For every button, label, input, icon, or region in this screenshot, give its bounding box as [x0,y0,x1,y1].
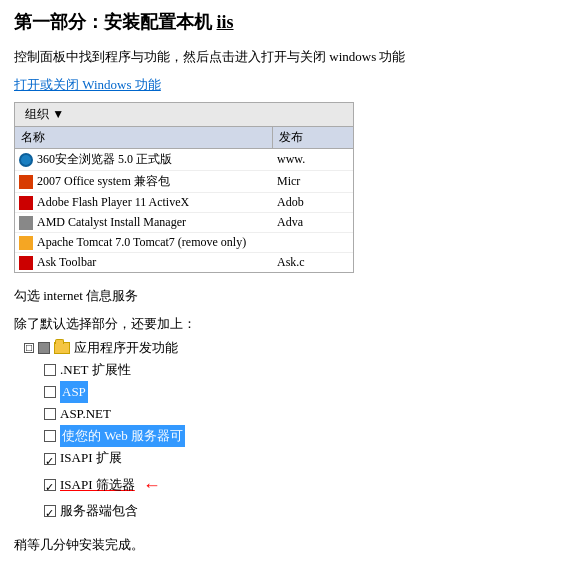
windows-feature-link[interactable]: 打开或关闭 Windows 功能 [14,76,161,94]
tree-item-checkbox-1[interactable] [44,386,56,398]
table-row: Ask Toolbar Ask.c [15,253,353,272]
table-row: 360安全浏览器 5.0 正式版 www. [15,149,353,171]
tree-item-label-5: ISAPI 筛选器 [60,474,135,496]
table-row: AMD Catalyst Install Manager Adva [15,213,353,233]
tree-item-checkbox-6[interactable] [44,505,56,517]
tree-root-row: □ 应用程序开发功能 [24,337,567,359]
icon-ask [19,256,33,270]
description-text: 控制面板中找到程序与功能，然后点击进入打开与关闭 windows 功能 [14,48,567,66]
file-label: 360安全浏览器 5.0 正式版 [37,151,172,168]
icon-tomcat [19,236,33,250]
title-iis: iis [217,12,234,32]
red-arrow-annotation: ← [143,470,161,501]
tree-item-checkbox-2[interactable] [44,408,56,420]
file-label: Ask Toolbar [37,255,96,270]
table-row: Adobe Flash Player 11 ActiveX Adob [15,193,353,213]
tree-item-checkbox-4[interactable] [44,453,56,465]
tree-expand-btn[interactable]: □ [24,343,34,353]
file-publisher-cell: Ask.c [273,254,353,271]
file-label: AMD Catalyst Install Manager [37,215,186,230]
file-publisher-cell: www. [273,151,353,168]
section2-label: 除了默认选择部分，还要加上： [14,315,567,333]
icon-360 [19,153,33,167]
column-header-name: 名称 [15,127,273,148]
tree-item-checkbox-5[interactable] [44,479,56,491]
tree-root-checkbox[interactable] [38,342,50,354]
file-name-cell: 2007 Office system 兼容包 [15,172,273,191]
folder-icon [54,342,70,354]
footer-note: 稍等几分钟安装完成。 [14,536,567,554]
tree-item-row: ASP [44,381,567,403]
tree-item-row: ISAPI 筛选器 ← [44,470,567,501]
organize-button[interactable]: 组织 ▼ [21,105,68,124]
table-row: 2007 Office system 兼容包 Micr [15,171,353,193]
tree-item-row: ISAPI 扩展 [44,447,567,469]
title-prefix: 第一部分：安装配置本机 [14,12,217,32]
page-title: 第一部分：安装配置本机 iis [14,10,567,34]
icon-flash [19,196,33,210]
tree-container: □ 应用程序开发功能 .NET 扩展性 ASP ASP.NET 使您的 Web … [24,337,567,522]
file-publisher-cell: Adva [273,214,353,231]
tree-item-label-4: ISAPI 扩展 [60,447,122,469]
column-header-publisher: 发布 [273,127,353,148]
table-row: Apache Tomcat 7.0 Tomcat7 (remove only) [15,233,353,253]
file-label: Apache Tomcat 7.0 Tomcat7 (remove only) [37,235,246,250]
file-label: 2007 Office system 兼容包 [37,173,170,190]
file-label: Adobe Flash Player 11 ActiveX [37,195,189,210]
tree-item-checkbox-3[interactable] [44,430,56,442]
icon-amd [19,216,33,230]
tree-item-checkbox-0[interactable] [44,364,56,376]
tree-item-label-1: ASP [60,381,88,403]
tree-root-label: 应用程序开发功能 [74,337,178,359]
tree-item-label-0: .NET 扩展性 [60,359,131,381]
file-name-cell: 360安全浏览器 5.0 正式版 [15,150,273,169]
tree-item-label-2: ASP.NET [60,403,111,425]
tree-item-row: 服务器端包含 [44,500,567,522]
tree-item-label-3: 使您的 Web 服务器可 [60,425,185,447]
tree-item-row: 使您的 Web 服务器可 [44,425,567,447]
file-publisher-cell: Adob [273,194,353,211]
icon-office [19,175,33,189]
file-panel-toolbar: 组织 ▼ [15,103,353,127]
section1-label: 勾选 internet 信息服务 [14,287,567,305]
file-publisher-cell: Micr [273,173,353,190]
tree-item-label-6: 服务器端包含 [60,500,138,522]
file-panel-header: 名称 发布 [15,127,353,149]
file-panel: 组织 ▼ 名称 发布 360安全浏览器 5.0 正式版 www. 2007 Of… [14,102,354,273]
file-name-cell: AMD Catalyst Install Manager [15,214,273,231]
file-name-cell: Adobe Flash Player 11 ActiveX [15,194,273,211]
file-name-cell: Ask Toolbar [15,254,273,271]
file-publisher-cell [273,242,353,244]
file-name-cell: Apache Tomcat 7.0 Tomcat7 (remove only) [15,234,273,251]
tree-item-row: .NET 扩展性 [44,359,567,381]
tree-item-row: ASP.NET [44,403,567,425]
